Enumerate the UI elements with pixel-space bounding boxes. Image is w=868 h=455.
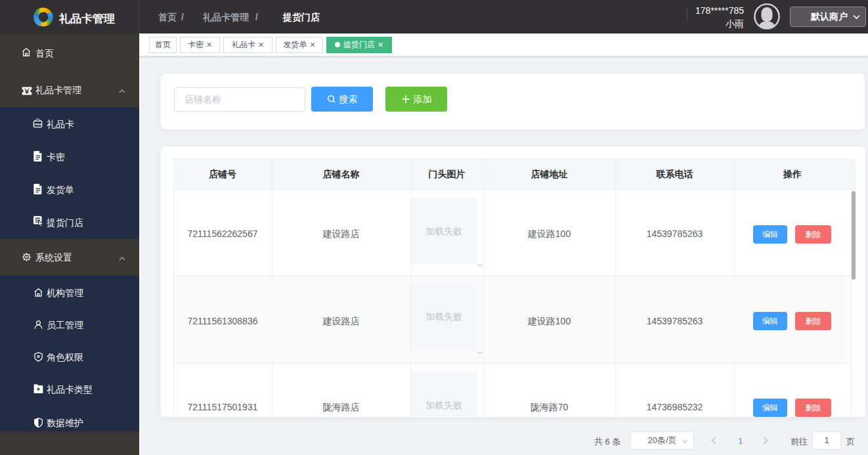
svg-text:OPEN: OPEN xyxy=(33,123,41,126)
